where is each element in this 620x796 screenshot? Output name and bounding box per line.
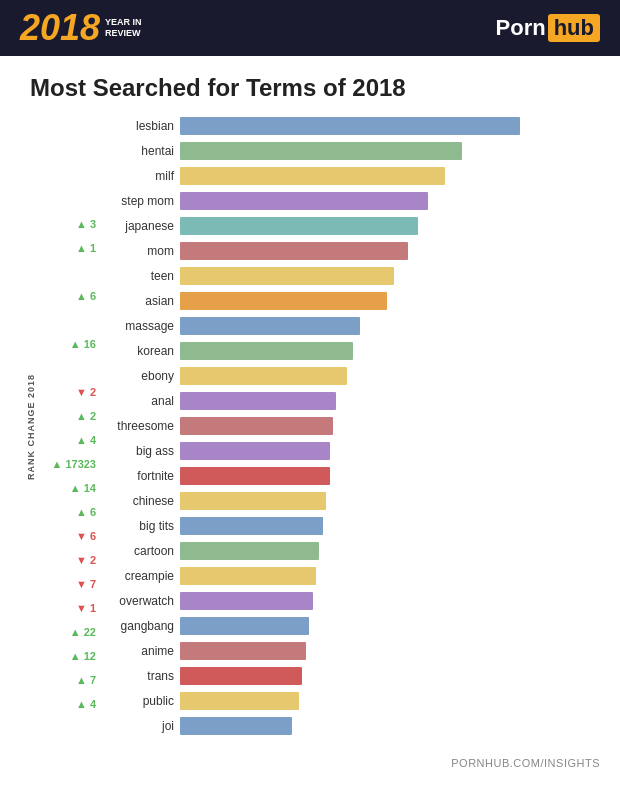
bar-row: big tits	[100, 514, 600, 538]
bar-fill	[180, 717, 292, 735]
rank-cell	[42, 140, 100, 164]
bar-fill	[180, 242, 408, 260]
bar-fill	[180, 192, 428, 210]
rank-cell	[42, 260, 100, 284]
bar-track	[180, 642, 600, 660]
bar-row: japanese	[100, 214, 600, 238]
bar-label: anal	[100, 394, 180, 408]
bar-row: teen	[100, 264, 600, 288]
bar-label: hentai	[100, 144, 180, 158]
bar-label: big tits	[100, 519, 180, 533]
bar-label: ebony	[100, 369, 180, 383]
bar-fill	[180, 342, 353, 360]
bar-row: overwatch	[100, 589, 600, 613]
bar-label: milf	[100, 169, 180, 183]
year-sub-line2: REVIEW	[105, 28, 142, 39]
bar-row: mom	[100, 239, 600, 263]
bar-label: teen	[100, 269, 180, 283]
bar-fill	[180, 592, 313, 610]
rank-cell: ▲ 4	[42, 428, 100, 452]
bar-row: public	[100, 689, 600, 713]
bar-label: trans	[100, 669, 180, 683]
bar-row: creampie	[100, 564, 600, 588]
bar-fill	[180, 167, 445, 185]
bar-track	[180, 242, 600, 260]
logo-hub: hub	[548, 14, 600, 42]
bar-track	[180, 142, 600, 160]
bar-fill	[180, 367, 347, 385]
rank-cell: ▲ 7	[42, 668, 100, 692]
bar-track	[180, 692, 600, 710]
bar-row: fortnite	[100, 464, 600, 488]
bar-label: anime	[100, 644, 180, 658]
logo: Porn hub	[496, 14, 600, 42]
year-badge: 2018 YEAR IN REVIEW	[20, 10, 142, 46]
logo-porn: Porn	[496, 15, 546, 41]
bar-track	[180, 317, 600, 335]
bar-label: fortnite	[100, 469, 180, 483]
rank-cell: ▼ 6	[42, 524, 100, 548]
bar-track	[180, 217, 600, 235]
rank-cell	[42, 308, 100, 332]
bars-area: lesbianhentaimilfstep momjapanesemomteen…	[100, 114, 600, 739]
bar-row: trans	[100, 664, 600, 688]
bar-fill	[180, 467, 330, 485]
chart-area: RANK CHANGE 2018 ▲ 3▲ 1▲ 6▲ 16▼ 2▲ 2▲ 4▲…	[0, 114, 620, 749]
bar-label: creampie	[100, 569, 180, 583]
bar-fill	[180, 392, 336, 410]
bar-row: lesbian	[100, 114, 600, 138]
bar-label: cartoon	[100, 544, 180, 558]
y-axis-label: RANK CHANGE 2018	[26, 373, 36, 479]
bar-fill	[180, 617, 309, 635]
bar-track	[180, 517, 600, 535]
rank-cell: ▲ 1	[42, 236, 100, 260]
bar-fill	[180, 667, 302, 685]
bar-row: gangbang	[100, 614, 600, 638]
rank-cell: ▲ 6	[42, 284, 100, 308]
rank-cell: ▲ 3	[42, 212, 100, 236]
bar-fill	[180, 692, 299, 710]
bar-row: massage	[100, 314, 600, 338]
bar-label: big ass	[100, 444, 180, 458]
rank-cell: ▼ 1	[42, 596, 100, 620]
bar-label: lesbian	[100, 119, 180, 133]
bar-fill	[180, 492, 326, 510]
bar-fill	[180, 292, 387, 310]
bar-label: step mom	[100, 194, 180, 208]
bar-fill	[180, 642, 306, 660]
rank-cell: ▲ 14	[42, 476, 100, 500]
rank-cell	[42, 164, 100, 188]
year-2018: 2018	[20, 10, 100, 46]
bar-track	[180, 467, 600, 485]
bar-fill	[180, 117, 520, 135]
bar-label: massage	[100, 319, 180, 333]
bar-fill	[180, 517, 323, 535]
page-title: Most Searched for Terms of 2018	[0, 56, 620, 114]
bar-track	[180, 667, 600, 685]
bar-row: hentai	[100, 139, 600, 163]
bar-track	[180, 367, 600, 385]
rank-cell: ▲ 12	[42, 644, 100, 668]
rank-cell: ▲ 22	[42, 620, 100, 644]
rank-change-column: ▲ 3▲ 1▲ 6▲ 16▼ 2▲ 2▲ 4▲ 17323▲ 14▲ 6▼ 6▼…	[42, 114, 100, 739]
rank-cell: ▲ 16	[42, 332, 100, 356]
header: 2018 YEAR IN REVIEW Porn hub	[0, 0, 620, 56]
bar-row: joi	[100, 714, 600, 738]
rank-cell: ▲ 2	[42, 404, 100, 428]
bar-track	[180, 542, 600, 560]
bar-row: milf	[100, 164, 600, 188]
bar-track	[180, 617, 600, 635]
bar-label: asian	[100, 294, 180, 308]
bar-row: big ass	[100, 439, 600, 463]
bar-track	[180, 717, 600, 735]
bar-track	[180, 417, 600, 435]
bar-track	[180, 567, 600, 585]
bar-track	[180, 592, 600, 610]
bar-label: overwatch	[100, 594, 180, 608]
bar-track	[180, 342, 600, 360]
bar-row: chinese	[100, 489, 600, 513]
year-sub: YEAR IN REVIEW	[105, 17, 142, 39]
bar-label: gangbang	[100, 619, 180, 633]
bar-label: korean	[100, 344, 180, 358]
bar-row: ebony	[100, 364, 600, 388]
